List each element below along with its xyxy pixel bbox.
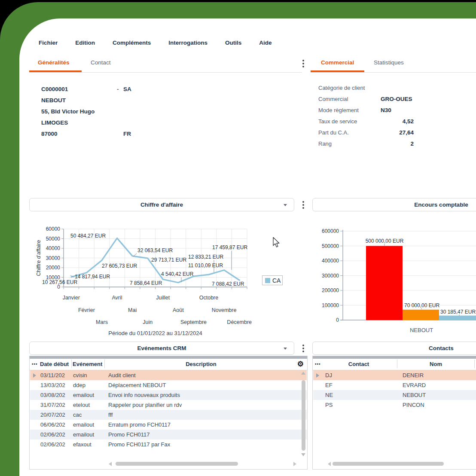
- table-row[interactable]: 31/07/202 etelout Rappeler pour planifie…: [30, 400, 307, 410]
- menu-item[interactable]: Outils: [225, 40, 241, 46]
- horizontal-scrollbar[interactable]: [313, 461, 476, 467]
- svg-text:400000: 400000: [322, 258, 339, 264]
- cell-evenement: emailout: [73, 421, 108, 428]
- header-description[interactable]: Description: [105, 361, 297, 367]
- panel-selector-contacts[interactable]: Contacts: [312, 342, 476, 355]
- active-tab-underline: [29, 70, 82, 72]
- events-table: ••• Date début Evénement Description ⚙ 0…: [29, 356, 308, 470]
- scroll-left-arrow[interactable]: [328, 462, 331, 466]
- chart-legend: CA: [262, 275, 283, 285]
- client-name: NEBOUT: [41, 97, 66, 104]
- horizontal-scrollbar[interactable]: [30, 461, 307, 467]
- svg-text:500 000,00 EUR: 500 000,00 EUR: [366, 238, 404, 244]
- legend-swatch: [265, 278, 270, 283]
- menu-item[interactable]: Fichier: [39, 40, 58, 46]
- cell-date: 06/06/202: [40, 421, 73, 428]
- table-row[interactable]: PS PINCON: [313, 400, 476, 410]
- svg-text:Mars: Mars: [96, 319, 108, 325]
- tab-contact[interactable]: Contact: [91, 59, 111, 66]
- svg-text:17 459,87 EUR: 17 459,87 EUR: [212, 244, 247, 250]
- panel-selector-ca[interactable]: Chiffre d'affaire: [29, 198, 294, 211]
- events-rows: 03/11/202 cvisin Audit client 13/03/202 …: [30, 370, 307, 449]
- table-row[interactable]: EF EVRARD: [313, 380, 476, 390]
- field-row: Taux de service 4,52: [318, 118, 414, 129]
- cell-evenement: ddep: [73, 382, 108, 388]
- cell-evenement: emailout: [73, 392, 108, 398]
- menu-item[interactable]: Aide: [259, 40, 272, 46]
- svg-text:200000: 200000: [322, 287, 339, 293]
- field-row: Catégorie de client: [318, 85, 414, 96]
- svg-text:27 605,73 EUR: 27 605,73 EUR: [102, 263, 137, 269]
- contacts-rows: DJ DENEIR EF EVRARD NE NEBOUT PS PINCON: [313, 370, 476, 410]
- scrollbar-thumb[interactable]: [116, 462, 238, 466]
- scroll-left-arrow[interactable]: [109, 462, 112, 466]
- svg-text:12 833,21 EUR: 12 833,21 EUR: [188, 254, 223, 260]
- field-label: Taux de service: [318, 118, 381, 129]
- svg-text:Chiffre d'affaire: Chiffre d'affaire: [36, 240, 42, 276]
- menu-bar: FichierEditionComplémentsInterrogationsO…: [39, 40, 272, 46]
- svg-text:NEBOUT: NEBOUT: [410, 327, 433, 333]
- table-row[interactable]: NE NEBOUT: [313, 390, 476, 400]
- svg-text:Avril: Avril: [112, 295, 122, 301]
- svg-text:600000: 600000: [322, 228, 339, 234]
- panel-selector-encours[interactable]: Encours comptable: [312, 198, 476, 211]
- svg-text:29 713,71 EUR: 29 713,71 EUR: [151, 257, 186, 263]
- commercial-fields: Catégorie de client Commercial GRO-OUES …: [318, 85, 414, 152]
- table-row[interactable]: 06/06/202 emailout Erratum promo FCH0117: [30, 420, 307, 430]
- menu-item[interactable]: Interrogations: [168, 40, 207, 46]
- scroll-right-arrow[interactable]: [293, 462, 296, 466]
- field-value: 2: [381, 140, 414, 152]
- kebab-menu-icon[interactable]: [302, 344, 305, 353]
- menu-item[interactable]: Compléments: [113, 40, 151, 46]
- panel-title: Contacts: [429, 345, 454, 351]
- scroll-down-arrow[interactable]: [301, 453, 305, 456]
- column-options-icon[interactable]: •••: [32, 362, 38, 366]
- tab-statistiques[interactable]: Statistiques: [374, 59, 404, 66]
- table-row[interactable]: 02/06/202 emailout Promo FCH0117: [30, 430, 307, 439]
- cell-date: 03/11/202: [40, 372, 73, 378]
- header-date-debut[interactable]: Date début: [40, 361, 71, 367]
- menu-item[interactable]: Edition: [75, 40, 95, 46]
- table-row[interactable]: 20/07/202 cac fff: [30, 410, 307, 420]
- table-row[interactable]: DJ DENEIR: [313, 370, 476, 380]
- svg-text:4 540,42 EUR: 4 540,42 EUR: [161, 271, 194, 277]
- field-label: Mode règlement: [318, 107, 381, 118]
- client-separator: -: [117, 86, 119, 92]
- table-row[interactable]: 03/08/202 emailout Envoi info nouveaux p…: [30, 390, 307, 400]
- header-nom[interactable]: Nom: [397, 361, 474, 367]
- scrollbar-thumb[interactable]: [333, 462, 444, 466]
- cell-description: Rappeler pour planifier un rdv: [108, 402, 307, 408]
- cell-description: Audit client: [108, 372, 307, 378]
- scrollbar-thumb[interactable]: [302, 380, 305, 451]
- vertical-scrollbar[interactable]: [301, 372, 306, 458]
- table-row[interactable]: 03/11/202 cvisin Audit client: [30, 370, 307, 380]
- svg-text:30000: 30000: [46, 255, 61, 261]
- panel-title: Chiffre d'affaire: [140, 201, 183, 208]
- panel-selector-events[interactable]: Evénements CRM: [29, 342, 294, 355]
- svg-text:Période du 01/01/2022 au 31/12: Période du 01/01/2022 au 31/12/2024: [108, 330, 202, 336]
- scroll-up-arrow[interactable]: [301, 372, 305, 375]
- header-evenement[interactable]: Evénement: [73, 361, 104, 367]
- table-row[interactable]: 13/03/202 ddep Déplacement NEBOUT: [30, 380, 307, 390]
- cell-contact: PS: [325, 402, 403, 408]
- field-label: Rang: [318, 140, 381, 152]
- column-options-icon[interactable]: •••: [315, 362, 321, 366]
- cell-date: 02/06/202: [40, 431, 73, 438]
- kebab-menu-icon[interactable]: [302, 59, 305, 68]
- tab-generalites[interactable]: Généralités: [38, 59, 70, 66]
- tab-divider: [29, 72, 302, 73]
- header-contact[interactable]: Contact: [320, 361, 397, 367]
- svg-text:50000: 50000: [46, 236, 61, 242]
- cell-date: 31/07/202: [40, 402, 73, 408]
- cell-description: fff: [108, 412, 307, 418]
- client-zip: 87000: [41, 131, 58, 137]
- kebab-menu-icon[interactable]: [302, 200, 305, 210]
- page-background: { "colors":{"frame_green":"#4a8432","acc…: [0, 0, 476, 476]
- cell-description: Promo FCH0117: [108, 431, 307, 438]
- settings-gear-icon[interactable]: ⚙: [297, 360, 304, 369]
- cell-description: Déplacement NEBOUT: [108, 382, 307, 388]
- cell-nom: NEBOUT: [403, 392, 476, 398]
- table-row[interactable]: 02/06/202 efaxout Promo FCH0117 par Fax: [30, 439, 307, 449]
- field-row: Rang 2: [318, 140, 414, 152]
- tab-commercial[interactable]: Commercial: [321, 59, 354, 66]
